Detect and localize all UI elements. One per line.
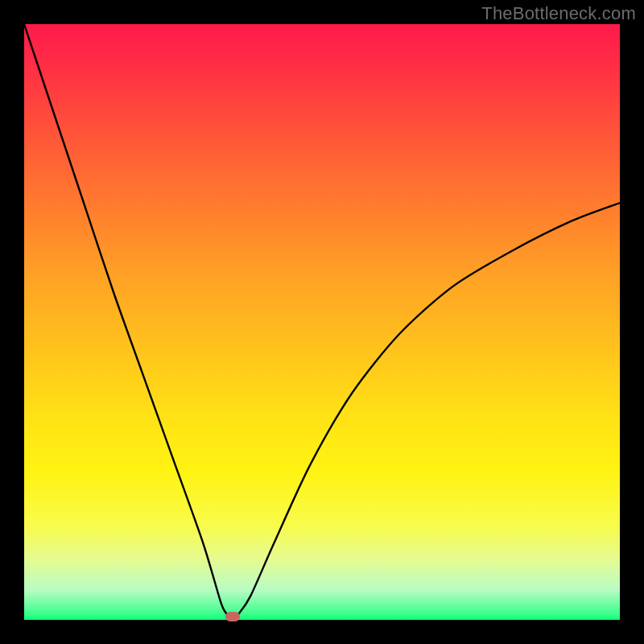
chart-frame: TheBottleneck.com <box>0 0 644 644</box>
plot-area <box>24 24 620 620</box>
bottleneck-curve <box>24 24 620 620</box>
curve-path <box>24 24 620 620</box>
optimal-point-marker <box>225 612 240 621</box>
watermark-text: TheBottleneck.com <box>481 3 636 24</box>
